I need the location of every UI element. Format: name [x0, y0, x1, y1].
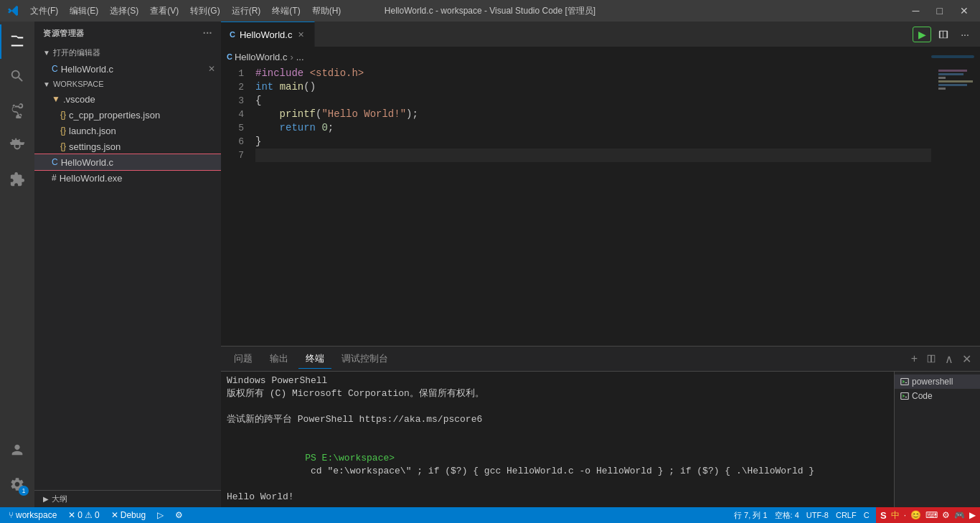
helloworld-exe-name: HelloWorld.exe [60, 173, 123, 184]
launch-json-name: launch.json [69, 126, 116, 136]
open-editor-helloworld-c[interactable]: C HelloWorld.c ✕ [34, 61, 221, 77]
menu-terminal[interactable]: 终端(T) [268, 4, 304, 19]
ime-dot[interactable]: · [903, 510, 908, 520]
launch-json-file[interactable]: {} launch.json [34, 123, 221, 138]
code-line-3: { [255, 94, 931, 108]
status-encoding-text: UTF-8 [806, 511, 829, 519]
code-line-7 [255, 149, 931, 162]
outline-section[interactable]: ▶ 大纲 [34, 491, 221, 507]
status-eol-text: CRLF [836, 511, 857, 519]
close-editor-icon[interactable]: ✕ [208, 64, 215, 74]
minimap [937, 67, 980, 346]
title-bar-menu[interactable]: 文件(F) 编辑(E) 选择(S) 查看(V) 转到(G) 运行(R) 终端(T… [26, 4, 345, 19]
status-error-count: 0 [77, 510, 83, 520]
code-content[interactable]: #include <stdio.h> int main() { printf("… [250, 67, 937, 346]
status-task[interactable]: ⚙ [172, 507, 186, 523]
c-cpp-properties-file[interactable]: {} c_cpp_properties.json [34, 107, 221, 123]
status-errors[interactable]: ✕ 0 ⚠ 0 [65, 507, 102, 523]
sidebar-more-icon[interactable]: ··· [203, 27, 212, 39]
status-bar-left: ⑂ workspace ✕ 0 ⚠ 0 ✕ Debug ▷ ⚙ [6, 507, 186, 523]
status-eol[interactable]: CRLF [833, 507, 859, 523]
menu-view[interactable]: 查看(V) [146, 4, 183, 19]
new-terminal-button[interactable]: + [908, 351, 920, 367]
shell-code[interactable]: Code [895, 389, 980, 403]
status-debug[interactable]: ✕ Debug [108, 507, 149, 523]
status-spaces[interactable]: 空格: 4 [772, 507, 802, 523]
ime-chinese[interactable]: 中 [890, 509, 901, 522]
code-line-5: return 0; [255, 121, 931, 135]
status-language[interactable]: C [861, 507, 872, 523]
ime-more[interactable]: ▶ [968, 510, 977, 520]
ime-toolbar: S 中 · 😊 ⌨ ⚙ 🎮 ▶ [876, 507, 980, 523]
breadcrumb-file[interactable]: C HelloWorld.c [227, 52, 287, 62]
workspace-section[interactable]: ▼ WORKSPACE [34, 77, 221, 91]
explorer-icon[interactable] [0, 24, 34, 59]
tab-output[interactable]: 输出 [263, 349, 296, 369]
status-run[interactable]: ▷ [154, 507, 166, 523]
sidebar-title: 资源管理器 [43, 28, 85, 39]
status-debug-label: Debug [121, 510, 146, 520]
tab-helloworld-c[interactable]: C HelloWorld.c ✕ [221, 22, 315, 47]
account-icon[interactable] [0, 433, 34, 467]
activity-bar-bottom: 1 [0, 433, 34, 507]
ime-keyboard[interactable]: ⌨ [924, 510, 939, 520]
branch-icon: ⑂ [9, 510, 14, 520]
status-position[interactable]: 行 7, 列 1 [731, 507, 770, 523]
open-editors-section[interactable]: ▼ 打开的编辑器 [34, 44, 221, 61]
shell-powershell[interactable]: powershell [895, 374, 980, 389]
json-icon: {} [60, 110, 66, 120]
ime-settings[interactable]: ⚙ [941, 510, 951, 520]
helloworld-c-file[interactable]: C HelloWorld.c [34, 154, 221, 170]
maximize-button[interactable]: □ [933, 4, 947, 18]
title-bar-controls[interactable]: ─ □ ✕ [908, 4, 973, 18]
minimize-button[interactable]: ─ [908, 4, 924, 18]
sidebar-header-icons[interactable]: ··· [203, 27, 212, 39]
status-encoding[interactable]: UTF-8 [804, 507, 831, 523]
terminal-line-3 [227, 400, 888, 413]
helloworld-exe-file[interactable]: # HelloWorld.exe [34, 170, 221, 186]
status-position-text: 行 7, 列 1 [734, 510, 767, 521]
maximize-panel-button[interactable]: ∧ [942, 351, 956, 367]
chevron-down-icon: ▼ [43, 80, 50, 88]
debug-status-icon: ✕ [111, 510, 118, 520]
ime-game[interactable]: 🎮 [953, 510, 966, 520]
settings-icon[interactable]: 1 [0, 467, 34, 501]
menu-goto[interactable]: 转到(G) [186, 4, 224, 19]
menu-file[interactable]: 文件(F) [26, 4, 62, 19]
source-control-icon[interactable] [0, 93, 34, 128]
tab-debug-console[interactable]: 调试控制台 [334, 349, 395, 369]
run-code-button[interactable]: ▶ [913, 27, 931, 42]
run-debug-icon[interactable] [0, 128, 34, 162]
extensions-icon[interactable] [0, 162, 34, 197]
search-icon[interactable] [0, 59, 34, 93]
split-terminal-button[interactable] [923, 352, 939, 365]
main-layout: 1 资源管理器 ··· ▼ 打开的编辑器 C HelloWorld.c ✕ ▼ … [0, 22, 980, 507]
more-actions-button[interactable]: ··· [956, 27, 974, 42]
tab-terminal[interactable]: 终端 [298, 349, 331, 369]
menu-run[interactable]: 运行(R) [227, 4, 265, 19]
vscode-folder[interactable]: ▼ .vscode [34, 91, 221, 107]
task-icon: ⚙ [175, 510, 183, 520]
menu-select[interactable]: 选择(S) [105, 4, 143, 19]
tab-problems[interactable]: 问题 [227, 349, 260, 369]
close-button[interactable]: ✕ [956, 4, 973, 18]
ime-smile[interactable]: 😊 [909, 510, 923, 520]
breadcrumb-more[interactable]: ... [296, 52, 304, 62]
status-branch[interactable]: ⑂ workspace [6, 507, 60, 523]
terminal-main[interactable]: Windows PowerShell 版权所有 (C) Microsoft Co… [221, 372, 894, 507]
terminal-panel: 问题 输出 终端 调试控制台 + ∧ ✕ [221, 346, 980, 507]
menu-help[interactable]: 帮助(H) [308, 4, 346, 19]
settings-json-file[interactable]: {} settings.json [34, 138, 221, 154]
status-spaces-text: 空格: 4 [775, 510, 799, 521]
split-editor-button[interactable] [934, 27, 953, 42]
menu-edit[interactable]: 编辑(E) [65, 4, 103, 19]
exe-icon: # [52, 173, 57, 183]
code-editor[interactable]: 1 2 3 4 5 6 7 #include <stdio.h> int mai… [221, 67, 980, 346]
breadcrumb: C HelloWorld.c › ... [227, 52, 304, 62]
tab-close-button[interactable]: ✕ [296, 29, 306, 40]
terminal-line-1: Windows PowerShell [227, 374, 888, 387]
c-file-icon: C [52, 64, 58, 74]
folder-icon: ▼ [52, 94, 60, 104]
close-panel-button[interactable]: ✕ [959, 351, 974, 367]
terminal-content: Windows PowerShell 版权所有 (C) Microsoft Co… [221, 372, 980, 507]
